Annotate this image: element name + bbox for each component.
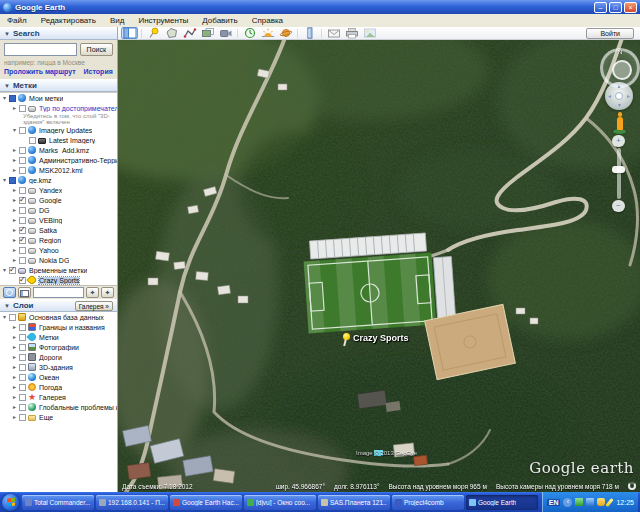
checkbox[interactable] bbox=[19, 207, 26, 214]
checkbox[interactable] bbox=[29, 137, 36, 144]
taskbar-button-ge-settings[interactable]: Google Earth Нас... bbox=[170, 495, 242, 510]
places-item-yandex[interactable]: Yandex bbox=[0, 185, 117, 195]
search-places-button[interactable] bbox=[3, 287, 16, 298]
close-button[interactable]: × bbox=[624, 2, 637, 13]
checkbox[interactable] bbox=[19, 394, 26, 401]
checkbox[interactable] bbox=[19, 334, 26, 341]
sidebar-toggle-button[interactable] bbox=[121, 27, 138, 39]
save-image-button[interactable] bbox=[361, 27, 378, 39]
taskbar-button-remote[interactable]: 192.168.0.141 - П... bbox=[96, 495, 168, 510]
item-label[interactable]: Тур по достопримечательност bbox=[39, 105, 117, 112]
taskbar-button-total-commander[interactable]: Total Commander... bbox=[22, 495, 94, 510]
checkbox[interactable] bbox=[19, 157, 26, 164]
record-tour-button[interactable] bbox=[217, 27, 234, 39]
places-panel-header[interactable]: ▼ Метки bbox=[0, 79, 117, 92]
layer-item-primary-database[interactable]: Основная база данных bbox=[0, 312, 117, 322]
zoom-out-button[interactable]: − bbox=[612, 200, 625, 212]
places-item-admin-territory[interactable]: Административно-Террито... bbox=[0, 155, 117, 165]
checkbox[interactable] bbox=[19, 344, 26, 351]
ruler-button[interactable] bbox=[301, 27, 318, 39]
places-item-msk2012[interactable]: MSK2012.kml bbox=[0, 165, 117, 175]
zoom-in-button[interactable]: + bbox=[612, 135, 625, 147]
hidden-icons-chevron[interactable] bbox=[563, 498, 572, 507]
taskbar-clock[interactable]: 12:25 bbox=[616, 499, 634, 506]
add-path-button[interactable] bbox=[181, 27, 198, 39]
checkbox[interactable] bbox=[19, 354, 26, 361]
history-link[interactable]: История bbox=[84, 68, 113, 75]
email-button[interactable] bbox=[325, 27, 342, 39]
places-item-imagery-updates[interactable]: Imagery Updates bbox=[0, 125, 117, 135]
yellow-pushpin-icon[interactable] bbox=[342, 333, 350, 346]
places-item-ge-kmz[interactable]: ge.kmz bbox=[0, 175, 117, 185]
layer-item-roads[interactable]: Дороги bbox=[0, 352, 117, 362]
places-item-google[interactable]: Google bbox=[0, 195, 117, 205]
menu-tools[interactable]: Инструменты bbox=[131, 16, 195, 25]
planets-button[interactable] bbox=[277, 27, 294, 39]
menu-add[interactable]: Добавить bbox=[195, 16, 244, 25]
layer-item-ocean[interactable]: Океан bbox=[0, 372, 117, 382]
add-image-overlay-button[interactable] bbox=[199, 27, 216, 39]
places-item-region[interactable]: Region bbox=[0, 235, 117, 245]
checkbox[interactable] bbox=[9, 177, 16, 184]
maximize-button[interactable]: □ bbox=[609, 2, 622, 13]
places-item-latest-imagery[interactable]: Latest Imagery bbox=[0, 135, 117, 145]
checkbox[interactable] bbox=[19, 197, 26, 204]
overview-button[interactable] bbox=[18, 287, 31, 298]
places-item-yahoo[interactable]: Yahoo bbox=[0, 245, 117, 255]
map-viewport[interactable]: Crazy Sports N ▲ ▲ ▲ ▲ + − Image © 2013 … bbox=[118, 40, 640, 492]
checkbox[interactable] bbox=[19, 167, 26, 174]
street-view-pegman[interactable] bbox=[613, 112, 626, 134]
taskbar-button-djvu[interactable]: [djvu] - Окно соо... bbox=[244, 495, 316, 510]
taskbar-button-project4comb[interactable]: Project4comb bbox=[392, 495, 464, 510]
add-polygon-button[interactable] bbox=[163, 27, 180, 39]
checkbox[interactable] bbox=[19, 247, 26, 254]
move-joystick[interactable]: ▲ ▲ ▲ ▲ bbox=[605, 82, 633, 110]
layers-panel-header[interactable]: ▼ Слои Галерея » bbox=[0, 299, 117, 312]
tray-green-app-icon[interactable] bbox=[575, 498, 583, 506]
tray-shield-icon[interactable] bbox=[597, 498, 605, 506]
places-item-my-places[interactable]: Мои метки bbox=[0, 93, 117, 103]
checkbox[interactable] bbox=[19, 187, 26, 194]
checkbox[interactable] bbox=[19, 227, 26, 234]
sign-in-button[interactable]: Войти bbox=[586, 28, 634, 39]
taskbar-button-sas-planet[interactable]: SAS.Планета 121... bbox=[318, 495, 390, 510]
places-item-tour[interactable]: Тур по достопримечательност bbox=[0, 103, 117, 113]
checkbox[interactable] bbox=[19, 127, 26, 134]
layer-item-global-awareness[interactable]: Глобальные проблемы и ис... bbox=[0, 402, 117, 412]
start-button[interactable] bbox=[2, 494, 19, 511]
places-item-nokia-dg[interactable]: Nokia DG bbox=[0, 255, 117, 265]
zoom-slider-track[interactable] bbox=[617, 148, 621, 199]
search-button[interactable]: Поиск bbox=[80, 43, 113, 56]
menu-view[interactable]: Вид bbox=[103, 16, 131, 25]
add-placemark-button[interactable] bbox=[145, 27, 162, 39]
layer-item-more[interactable]: Еще bbox=[0, 412, 117, 422]
checkbox[interactable] bbox=[9, 314, 16, 321]
print-button[interactable] bbox=[343, 27, 360, 39]
layer-item-photos[interactable]: Фотографии bbox=[0, 342, 117, 352]
get-directions-link[interactable]: Проложить маршрут bbox=[4, 68, 76, 75]
checkbox[interactable] bbox=[19, 324, 26, 331]
menu-file[interactable]: Файл bbox=[0, 16, 34, 25]
checkbox[interactable] bbox=[19, 384, 26, 391]
menu-help[interactable]: Справка bbox=[245, 16, 290, 25]
checkbox[interactable] bbox=[19, 147, 26, 154]
earth-gallery-button[interactable]: Галерея » bbox=[75, 301, 113, 311]
places-item-marks-add[interactable]: Marks_Add.kmz bbox=[0, 145, 117, 155]
layer-item-weather[interactable]: Погода bbox=[0, 382, 117, 392]
language-indicator[interactable]: EN bbox=[547, 499, 561, 506]
layer-item-3d-buildings[interactable]: 3D-здания bbox=[0, 362, 117, 372]
checkbox[interactable] bbox=[19, 364, 26, 371]
checkbox[interactable] bbox=[19, 374, 26, 381]
layer-item-borders[interactable]: Границы и названия bbox=[0, 322, 117, 332]
checkbox[interactable] bbox=[19, 237, 26, 244]
checkbox[interactable] bbox=[9, 267, 16, 274]
checkbox[interactable] bbox=[19, 404, 26, 411]
checkbox[interactable] bbox=[19, 257, 26, 264]
zoom-slider-handle[interactable] bbox=[612, 166, 625, 173]
sunlight-button[interactable] bbox=[259, 27, 276, 39]
checkbox[interactable] bbox=[19, 277, 26, 284]
menu-edit[interactable]: Редактировать bbox=[34, 16, 103, 25]
places-filter-input[interactable] bbox=[33, 287, 84, 298]
historical-imagery-button[interactable] bbox=[241, 27, 258, 39]
tray-blue-app-icon[interactable] bbox=[586, 498, 594, 506]
